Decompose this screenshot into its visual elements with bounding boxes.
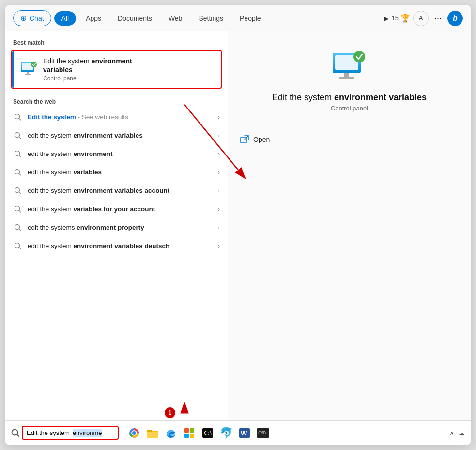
file-explorer-icon[interactable]: [145, 425, 160, 441]
apps-label: Apps: [86, 15, 101, 22]
search-item-1[interactable]: edit the system environment variables ›: [5, 126, 228, 145]
svg-rect-25: [344, 73, 349, 77]
magnifier-icon-1: [14, 132, 22, 140]
svg-rect-4: [27, 72, 29, 74]
svg-line-7: [19, 119, 21, 121]
word-icon[interactable]: W: [237, 425, 252, 441]
search-item-0[interactable]: Edit the system - See web results ›: [5, 108, 228, 126]
taskbar: Edit the systemenvironme: [5, 420, 471, 445]
search-item-bold-7: environment variables deutsch: [74, 242, 170, 249]
svg-text:CMD: CMD: [258, 431, 266, 435]
svg-rect-40: [184, 434, 189, 438]
chevron-icon-1: ›: [218, 132, 220, 139]
terminal-icon[interactable]: C:\: [200, 425, 215, 441]
search-item-7[interactable]: edit the system environment variables de…: [5, 237, 228, 255]
detail-icon-wrapper: [330, 51, 369, 85]
search-item-text-5: edit the system variables for your accou…: [28, 205, 213, 214]
svg-rect-39: [190, 428, 194, 433]
best-match-item[interactable]: Edit the system environment variables Co…: [11, 50, 222, 89]
chevron-icon-0: ›: [218, 114, 220, 121]
search-loop-icon-4: [13, 186, 23, 196]
chevron-icon-4: ›: [218, 187, 220, 194]
search-item-2[interactable]: edit the system environment ›: [5, 145, 228, 163]
store-icon[interactable]: [182, 425, 197, 441]
all-tab[interactable]: All: [54, 11, 77, 26]
edge-icon[interactable]: [163, 425, 179, 441]
search-loop-icon-2: [13, 149, 23, 159]
svg-line-11: [19, 155, 21, 157]
best-match-subtitle: Control panel: [43, 75, 132, 82]
best-match-section-label: Best match: [5, 39, 228, 50]
search-web-label-text: Search the web: [13, 98, 56, 105]
open-external-icon: [240, 135, 249, 144]
taskbar-search-icon: [11, 429, 20, 437]
best-match-text: Edit the system environment variables Co…: [43, 57, 132, 82]
search-loop-icon-5: [13, 204, 23, 214]
cloud-icon[interactable]: ☁: [458, 429, 465, 437]
svg-line-9: [19, 137, 21, 139]
open-action-row[interactable]: Open: [240, 132, 459, 147]
cmd-icon[interactable]: CMD: [255, 425, 271, 441]
people-label: People: [240, 15, 261, 22]
web-tab[interactable]: Web: [162, 12, 189, 25]
search-item-suffix-0: - See web results: [76, 113, 128, 121]
word-icon-svg: W: [239, 427, 250, 439]
chevron-icon-3: ›: [218, 169, 220, 176]
trophy-icon: 🏆: [400, 14, 410, 23]
chevron-icon-7: ›: [218, 243, 220, 249]
more-options-button[interactable]: ···: [431, 11, 445, 25]
people-tab[interactable]: People: [233, 12, 268, 25]
svg-rect-36: [147, 432, 158, 438]
chevron-up-icon[interactable]: ∧: [449, 429, 454, 437]
dolphin-icon[interactable]: 🐬: [218, 425, 234, 441]
chrome-icon[interactable]: [126, 425, 142, 441]
svg-rect-38: [184, 428, 189, 433]
magnifier-icon-7: [14, 242, 22, 250]
search-item-5[interactable]: edit the system variables for your accou…: [5, 200, 228, 218]
main-content: Best match: [5, 31, 471, 420]
svg-line-30: [17, 434, 19, 436]
chevron-icon-5: ›: [218, 206, 220, 213]
nav-bar: ⊕ Chat All Apps Documents Web Settings P…: [5, 5, 471, 31]
taskbar-right: ∧ ☁: [449, 429, 465, 437]
apps-tab[interactable]: Apps: [79, 12, 108, 25]
search-item-text-0: Edit the system - See web results: [28, 113, 213, 122]
svg-text:W: W: [241, 429, 247, 437]
search-item-bold-4: environment variables account: [74, 187, 170, 194]
chrome-icon-svg: [128, 427, 140, 439]
best-match-icon: [20, 61, 37, 78]
chevron-icon-2: ›: [218, 151, 220, 157]
search-item-3[interactable]: edit the system variables ›: [5, 163, 228, 182]
settings-tab[interactable]: Settings: [192, 12, 230, 25]
search-loop-icon-6: [13, 223, 23, 233]
svg-point-24: [353, 51, 365, 62]
detail-title: Edit the system environment variables: [272, 93, 427, 103]
search-item-4[interactable]: edit the system environment variables ac…: [5, 182, 228, 200]
chat-tab[interactable]: ⊕ Chat: [13, 10, 51, 26]
search-item-text-7: edit the system environment variables de…: [28, 242, 213, 251]
magnifier-icon-3: [14, 169, 22, 176]
svg-line-19: [19, 229, 21, 231]
taskbar-icons: C:\ 🐬 W CMD: [126, 425, 271, 441]
edge-icon-svg: [165, 427, 177, 439]
svg-point-3: [31, 62, 37, 67]
chat-label: Chat: [30, 15, 44, 22]
play-icon[interactable]: ▶: [384, 15, 389, 22]
taskbar-cursor-text: environme: [73, 429, 102, 437]
left-panel: Best match: [5, 31, 228, 420]
search-item-normal-0: Edit the system: [28, 113, 76, 121]
svg-point-33: [132, 431, 136, 435]
search-loop-icon-0: [13, 112, 23, 122]
terminal-icon-svg: C:\: [202, 428, 214, 438]
magnifier-icon-4: [14, 187, 22, 195]
bing-button[interactable]: b: [447, 11, 463, 26]
documents-tab[interactable]: Documents: [111, 12, 159, 25]
search-item-bold-1: environment variables: [74, 132, 143, 139]
search-item-6[interactable]: edit the systems environment property ›: [5, 218, 228, 237]
user-avatar-button[interactable]: A: [413, 11, 429, 26]
svg-line-15: [19, 192, 21, 194]
search-item-text-4: edit the system environment variables ac…: [28, 186, 213, 196]
search-loop-icon-1: [13, 131, 23, 140]
svg-line-13: [19, 174, 21, 176]
taskbar-search-box[interactable]: Edit the systemenvironme: [22, 426, 119, 440]
